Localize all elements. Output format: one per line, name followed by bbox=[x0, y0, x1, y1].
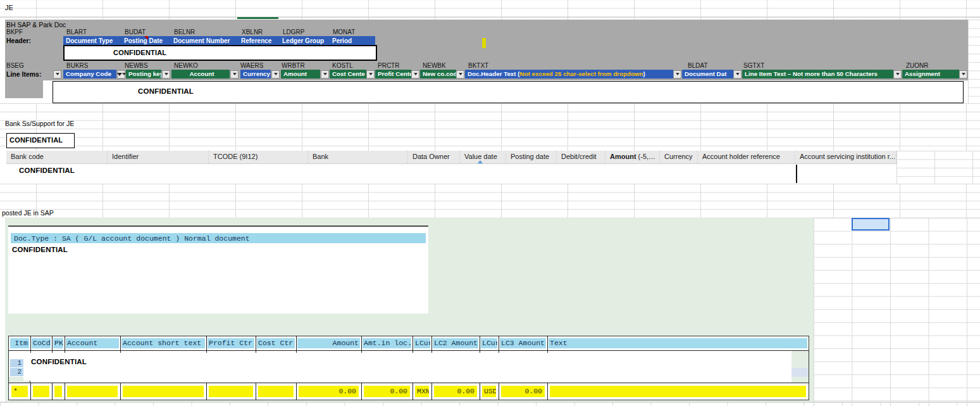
totals-cell-amt-in-loc-cur[interactable]: 0.00 bbox=[364, 386, 410, 397]
dropdown-arrow-button[interactable] bbox=[456, 70, 464, 79]
table-header-account[interactable]: Account bbox=[66, 338, 119, 348]
row-number-cell-1[interactable]: 1 bbox=[10, 359, 23, 367]
field-warning-text: Not exceed 25 char-select from dropdown bbox=[520, 70, 643, 77]
totals-cell-profit-ctr[interactable] bbox=[209, 386, 253, 397]
bank-column-currency[interactable]: Currency bbox=[660, 151, 698, 163]
header-row-label: Header: bbox=[6, 37, 31, 44]
table-column-border bbox=[30, 383, 31, 400]
dropdown-arrow-button[interactable] bbox=[673, 70, 681, 79]
table-header-amt-in-loc-cur[interactable]: Amt.in loc.cur. bbox=[363, 338, 411, 348]
totals-cell-pk[interactable] bbox=[54, 386, 62, 397]
table-header-amount[interactable]: Amount bbox=[297, 338, 360, 348]
totals-cell-lcur2[interactable]: USD bbox=[482, 386, 496, 397]
totals-cell-lc2-amount[interactable]: 0.00 bbox=[434, 386, 477, 397]
autofilter-button[interactable] bbox=[117, 70, 125, 79]
line-item-field-account[interactable]: Account bbox=[171, 70, 230, 79]
dropdown-arrow-button[interactable] bbox=[366, 70, 375, 79]
totals-cell-account-short-text[interactable] bbox=[123, 386, 204, 397]
line-item-field-profit-cente[interactable]: Profit Cente bbox=[375, 70, 411, 79]
table-header-lc2-amount[interactable]: LC2 Amount bbox=[433, 338, 478, 348]
bseg-code-newbs: NEWBS bbox=[125, 62, 148, 69]
line-items-dropdown[interactable] bbox=[53, 70, 61, 79]
bank-column-bank-code[interactable]: Bank code bbox=[6, 151, 108, 163]
posted-je-title: posted JE in SAP bbox=[2, 209, 54, 217]
bank-column-debit-credit[interactable]: Debit/credit bbox=[557, 151, 605, 163]
header-field-period[interactable]: Period bbox=[332, 37, 375, 44]
header-field-document-number[interactable]: Document Number bbox=[173, 37, 238, 44]
bank-column-account-servicing-institution-r[interactable]: Account servicing institution r... bbox=[795, 151, 896, 163]
row-number-cell-2[interactable]: 2 bbox=[10, 368, 23, 376]
bank-column-account-holder-reference[interactable]: Account holder reference bbox=[698, 151, 795, 163]
bkpf-code-belnr: BELNR bbox=[174, 29, 195, 35]
filter-icon bbox=[117, 73, 122, 76]
dropdown-arrow-button[interactable] bbox=[321, 70, 329, 79]
bank-column-tcode-9i12[interactable]: TCODE (9I12) bbox=[209, 151, 308, 163]
selected-cell[interactable] bbox=[852, 218, 890, 231]
header-confidential-text: CONFIDENTIAL bbox=[65, 46, 376, 56]
table-header-text[interactable]: Text bbox=[549, 338, 807, 348]
dropdown-arrow-button[interactable] bbox=[271, 70, 280, 79]
line-item-field-assignment[interactable]: Assignment bbox=[902, 70, 959, 79]
bank-column-value-date[interactable]: Value date bbox=[460, 151, 506, 163]
line-item-field-new-co-cod[interactable]: New co.cod bbox=[420, 70, 456, 79]
bseg-code-wrbtr: WRBTR bbox=[282, 62, 305, 69]
table-header-profit-ctr[interactable]: Profit Ctr bbox=[208, 338, 254, 348]
bseg-code-newko: NEWKO bbox=[174, 62, 198, 69]
bank-confidential-box-text: CONFIDENTIAL bbox=[7, 134, 74, 144]
page-break-line bbox=[0, 17, 980, 18]
totals-cell-account[interactable] bbox=[67, 386, 118, 397]
table-header-pk[interactable]: PK bbox=[53, 338, 63, 348]
dropdown-arrow-button[interactable] bbox=[230, 70, 239, 79]
table-header-lc3-amount[interactable]: LC3 Amount bbox=[500, 338, 546, 348]
line-item-field-line-item-text-not-more-than-50-characters[interactable]: Line Item Text – Not more than 50 Charac… bbox=[742, 70, 893, 79]
dropdown-arrow-button[interactable] bbox=[411, 70, 419, 79]
dropdown-arrow-button[interactable] bbox=[959, 70, 967, 79]
line-item-field-document-dat[interactable]: Document Dat bbox=[682, 70, 733, 79]
table-header-lcurr[interactable]: LCurr bbox=[414, 338, 430, 348]
grid-mid-2 bbox=[0, 184, 980, 218]
header-field-ledger-group[interactable]: Ledger Group bbox=[282, 37, 329, 44]
dropdown-arrow-button[interactable] bbox=[733, 70, 741, 79]
items-confidential-box: CONFIDENTIAL bbox=[53, 81, 964, 103]
table-column-border bbox=[412, 383, 413, 400]
line-item-field-cost-cente[interactable]: Cost Cente bbox=[330, 70, 366, 79]
bank-section-title: Bank Ss/Support for JE bbox=[5, 120, 74, 127]
line-item-field-posting-key[interactable]: Posting key bbox=[126, 70, 161, 79]
header-field-document-type[interactable]: Document Type bbox=[66, 37, 121, 44]
header-field-posting-date[interactable]: Posting Date bbox=[124, 37, 170, 44]
grid-mid-1 bbox=[0, 103, 980, 151]
cell-a1-label[interactable]: JE bbox=[5, 4, 13, 11]
table-header-account-short-text[interactable]: Account short text bbox=[121, 338, 205, 348]
bank-column-data-owner[interactable]: Data Owner bbox=[408, 151, 460, 163]
sort-ascending-icon[interactable] bbox=[478, 160, 483, 163]
line-items-row-label: Line Items: bbox=[6, 70, 41, 78]
line-item-field-doc-header-text[interactable]: Doc.Header Text (Not exceed 25 char-sele… bbox=[465, 70, 673, 79]
table-header-cost-ctr[interactable]: Cost Ctr bbox=[257, 338, 295, 348]
table-confidential-text: CONFIDENTIAL bbox=[23, 353, 791, 365]
bseg-code-kostl: KOSTL bbox=[332, 62, 353, 69]
table-column-border bbox=[547, 383, 548, 400]
sap-doc-type-text: Doc.Type : SA ( G/L account document ) N… bbox=[11, 233, 426, 243]
text-cursor bbox=[796, 165, 797, 183]
bank-column-identifier[interactable]: Identifier bbox=[108, 151, 209, 163]
table-header-itm[interactable]: Itm bbox=[10, 338, 29, 348]
bank-column-bank[interactable]: Bank bbox=[308, 151, 408, 163]
totals-cell-cocd[interactable] bbox=[33, 386, 49, 397]
totals-cell-text[interactable] bbox=[550, 386, 806, 397]
dropdown-arrow-button[interactable] bbox=[162, 70, 170, 79]
line-item-field-currency[interactable]: Currency bbox=[240, 70, 271, 79]
totals-cell-lcurr[interactable]: MXN bbox=[415, 386, 429, 397]
totals-cell-lc3-amount[interactable]: 0.00 bbox=[501, 386, 545, 397]
dropdown-arrow-button[interactable] bbox=[893, 70, 902, 79]
totals-cell-cost-ctr[interactable] bbox=[258, 386, 294, 397]
table-column-border bbox=[65, 383, 65, 400]
header-field-reference[interactable]: Reference bbox=[241, 37, 279, 44]
line-item-field-amount[interactable]: Amount bbox=[281, 70, 320, 79]
bank-column-posting-date[interactable]: Posting date bbox=[506, 151, 557, 163]
bank-column-amount-5[interactable]: Amount (-5,… bbox=[605, 151, 660, 163]
table-header-lcur2[interactable]: LCur2 bbox=[481, 338, 497, 348]
table-header-cocd[interactable]: CoCd bbox=[32, 338, 51, 348]
totals-cell-itm[interactable]: * bbox=[11, 386, 28, 397]
totals-cell-amount[interactable]: 0.00 bbox=[299, 386, 359, 397]
line-item-field-company-code[interactable]: Company Code bbox=[63, 70, 116, 79]
